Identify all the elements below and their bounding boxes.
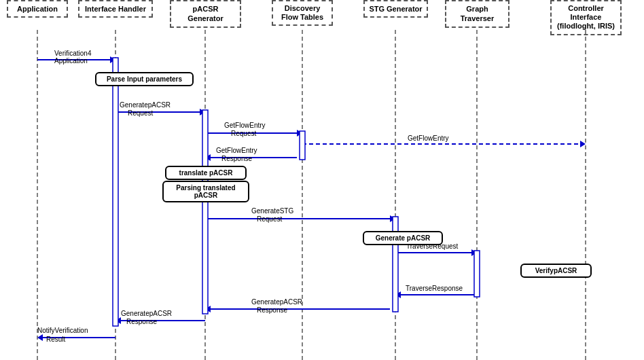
lifeline-label-pacsr: pACSR Generator: [170, 0, 241, 28]
svg-marker-41: [115, 317, 121, 324]
box-verify-pacsr: VerifypACSR: [520, 264, 592, 278]
svg-rect-50: [300, 131, 305, 160]
svg-text:GetFlowEntry: GetFlowEntry: [216, 147, 257, 154]
svg-rect-48: [113, 58, 118, 326]
svg-text:Request: Request: [231, 130, 256, 137]
lifeline-label-ci: Controller Interface (filodloght, IRIS): [550, 0, 622, 35]
svg-marker-27: [390, 215, 395, 222]
lifeline-label-stg: STG Generator: [363, 0, 428, 18]
svg-text:Response: Response: [257, 306, 287, 314]
box-parse-input: Parse Input parameters: [95, 72, 194, 86]
svg-rect-49: [202, 110, 208, 314]
svg-text:GenerateSTG: GenerateSTG: [251, 207, 293, 215]
svg-marker-37: [205, 306, 211, 312]
svg-text:Result: Result: [46, 336, 66, 343]
svg-text:GetFlowEntry: GetFlowEntry: [408, 134, 449, 142]
svg-text:GeneratepACSR: GeneratepACSR: [251, 298, 302, 306]
arrows-layer: Verification4 Application GeneratepACSR …: [0, 0, 644, 360]
svg-marker-45: [37, 334, 43, 341]
svg-text:Request: Request: [257, 215, 282, 223]
svg-text:Verification4: Verification4: [54, 50, 92, 57]
sequence-diagram: Application Interface Handler pACSR Gene…: [0, 0, 644, 360]
svg-text:NotifyVerification: NotifyVerification: [37, 327, 88, 334]
svg-marker-12: [200, 109, 205, 115]
svg-text:GeneratepACSR: GeneratepACSR: [121, 310, 172, 317]
lifeline-label-app: Application: [7, 0, 68, 18]
svg-marker-16: [297, 130, 302, 137]
box-parsing-translated: Parsing translated pACSR: [162, 181, 249, 202]
svg-marker-31: [471, 249, 477, 256]
lifeline-label-dft: Discovery Flow Tables: [272, 0, 333, 26]
box-generate-pacsr: Generate pACSR: [363, 231, 443, 245]
svg-marker-34: [395, 291, 401, 298]
lifeline-label-ih: Interface Handler: [78, 0, 153, 18]
svg-text:Response: Response: [221, 155, 252, 162]
svg-text:Request: Request: [128, 109, 153, 117]
svg-text:GeneratepACSR: GeneratepACSR: [120, 101, 171, 109]
box-translate-pacsr: translate pACSR: [165, 166, 247, 180]
svg-text:TraverseResponse: TraverseResponse: [406, 285, 463, 292]
svg-marker-23: [205, 154, 211, 161]
svg-marker-8: [110, 56, 115, 63]
svg-text:Response: Response: [126, 318, 157, 325]
lifeline-label-gt: Graph Traverser: [445, 0, 509, 28]
svg-marker-20: [580, 141, 586, 147]
svg-rect-52: [474, 251, 480, 297]
svg-text:Application: Application: [54, 57, 88, 65]
svg-text:GetFlowEntry: GetFlowEntry: [224, 122, 266, 129]
